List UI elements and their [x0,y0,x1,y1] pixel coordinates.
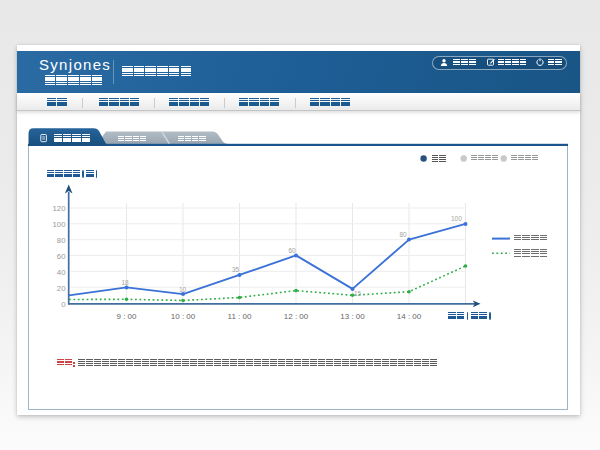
svg-text:20: 20 [57,284,66,293]
svg-text:10 : 00: 10 : 00 [171,312,196,321]
svg-text:35: 35 [232,266,240,273]
svg-text:11 : 00: 11 : 00 [228,312,252,321]
svg-text:0: 0 [61,300,66,309]
svg-text:60: 60 [57,252,66,261]
svg-text:10: 10 [179,286,187,293]
svg-text:100: 100 [451,215,462,222]
svg-text:60: 60 [289,247,297,254]
svg-text:120: 120 [52,204,66,213]
svg-text:13 : 00: 13 : 00 [340,312,365,321]
svg-text:15: 15 [354,290,362,297]
svg-text:14 : 00: 14 : 00 [397,312,422,321]
svg-text:100: 100 [52,220,66,229]
svg-text:9 : 00: 9 : 00 [116,312,137,321]
svg-text:18: 18 [122,279,130,286]
svg-text:80: 80 [400,231,408,238]
svg-text:12 : 00: 12 : 00 [284,312,309,321]
svg-text:80: 80 [57,236,66,245]
svg-text:40: 40 [57,268,66,277]
